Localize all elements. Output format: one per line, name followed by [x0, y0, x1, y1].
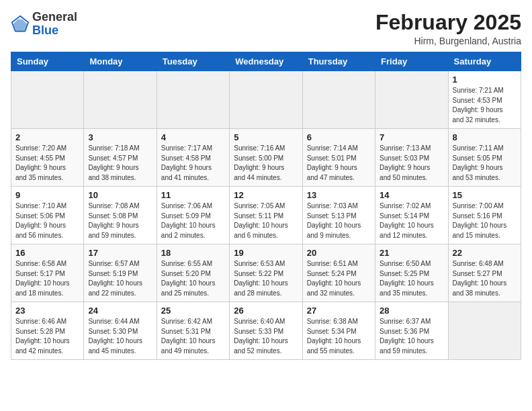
- header-friday: Friday: [375, 52, 448, 71]
- calendar-cell: 10Sunrise: 7:08 AM Sunset: 5:08 PM Dayli…: [84, 187, 157, 244]
- day-info: Sunrise: 7:13 AM Sunset: 5:03 PM Dayligh…: [380, 144, 443, 183]
- calendar-cell: 28Sunrise: 6:37 AM Sunset: 5:36 PM Dayli…: [375, 302, 448, 360]
- day-number: 6: [307, 132, 371, 142]
- day-info: Sunrise: 7:14 AM Sunset: 5:01 PM Dayligh…: [307, 144, 371, 183]
- calendar-cell: 24Sunrise: 6:44 AM Sunset: 5:30 PM Dayli…: [84, 302, 157, 360]
- calendar-cell: 21Sunrise: 6:50 AM Sunset: 5:25 PM Dayli…: [375, 244, 448, 302]
- calendar-week-4: 16Sunrise: 6:58 AM Sunset: 5:17 PM Dayli…: [11, 244, 521, 302]
- day-info: Sunrise: 7:00 AM Sunset: 5:16 PM Dayligh…: [453, 201, 517, 240]
- day-info: Sunrise: 7:06 AM Sunset: 5:09 PM Dayligh…: [161, 201, 225, 240]
- calendar-cell: 27Sunrise: 6:38 AM Sunset: 5:34 PM Dayli…: [302, 302, 375, 360]
- day-number: 21: [380, 248, 443, 258]
- day-info: Sunrise: 6:57 AM Sunset: 5:19 PM Dayligh…: [88, 259, 152, 298]
- day-number: 8: [453, 132, 517, 142]
- calendar-week-2: 2Sunrise: 7:20 AM Sunset: 4:55 PM Daylig…: [11, 129, 521, 187]
- logo-icon: [11, 15, 30, 34]
- day-number: 1: [453, 75, 517, 85]
- calendar-cell: 4Sunrise: 7:17 AM Sunset: 4:58 PM Daylig…: [157, 129, 229, 187]
- day-number: 14: [380, 190, 443, 200]
- day-info: Sunrise: 6:37 AM Sunset: 5:36 PM Dayligh…: [380, 317, 443, 356]
- header-sunday: Sunday: [11, 52, 84, 71]
- day-number: 18: [161, 248, 225, 258]
- day-info: Sunrise: 7:18 AM Sunset: 4:57 PM Dayligh…: [88, 144, 152, 183]
- calendar-cell: 5Sunrise: 7:16 AM Sunset: 5:00 PM Daylig…: [230, 129, 302, 187]
- day-info: Sunrise: 7:05 AM Sunset: 5:11 PM Dayligh…: [234, 201, 298, 240]
- calendar-cell: 7Sunrise: 7:13 AM Sunset: 5:03 PM Daylig…: [375, 129, 448, 187]
- calendar-cell: 3Sunrise: 7:18 AM Sunset: 4:57 PM Daylig…: [84, 129, 157, 187]
- calendar-cell: 2Sunrise: 7:20 AM Sunset: 4:55 PM Daylig…: [11, 129, 84, 187]
- day-number: 3: [88, 132, 152, 142]
- calendar-cell: 19Sunrise: 6:53 AM Sunset: 5:22 PM Dayli…: [230, 244, 302, 302]
- day-info: Sunrise: 6:55 AM Sunset: 5:20 PM Dayligh…: [161, 259, 225, 298]
- day-number: 11: [161, 190, 225, 200]
- calendar-cell: [84, 71, 157, 129]
- day-number: 17: [88, 248, 152, 258]
- day-number: 28: [380, 306, 443, 316]
- calendar-cell: 26Sunrise: 6:40 AM Sunset: 5:33 PM Dayli…: [230, 302, 302, 360]
- day-info: Sunrise: 7:11 AM Sunset: 5:05 PM Dayligh…: [453, 144, 517, 183]
- day-number: 13: [307, 190, 371, 200]
- day-info: Sunrise: 6:51 AM Sunset: 5:24 PM Dayligh…: [307, 259, 371, 298]
- day-number: 4: [161, 132, 225, 142]
- calendar-header-row: SundayMondayTuesdayWednesdayThursdayFrid…: [11, 52, 521, 71]
- day-number: 24: [88, 306, 152, 316]
- month-title: February 2025: [375, 11, 521, 34]
- calendar-cell: 9Sunrise: 7:10 AM Sunset: 5:06 PM Daylig…: [11, 187, 84, 244]
- day-number: 15: [453, 190, 517, 200]
- calendar-cell: 25Sunrise: 6:42 AM Sunset: 5:31 PM Dayli…: [157, 302, 229, 360]
- calendar-cell: 18Sunrise: 6:55 AM Sunset: 5:20 PM Dayli…: [157, 244, 229, 302]
- header-saturday: Saturday: [448, 52, 521, 71]
- day-info: Sunrise: 6:50 AM Sunset: 5:25 PM Dayligh…: [380, 259, 443, 298]
- day-number: 5: [234, 132, 298, 142]
- calendar-cell: 17Sunrise: 6:57 AM Sunset: 5:19 PM Dayli…: [84, 244, 157, 302]
- calendar-cell: 1Sunrise: 7:21 AM Sunset: 4:53 PM Daylig…: [448, 71, 521, 129]
- day-info: Sunrise: 7:03 AM Sunset: 5:13 PM Dayligh…: [307, 201, 371, 240]
- day-info: Sunrise: 6:42 AM Sunset: 5:31 PM Dayligh…: [161, 317, 225, 356]
- day-info: Sunrise: 7:21 AM Sunset: 4:53 PM Dayligh…: [453, 86, 517, 125]
- logo-blue-text: Blue: [32, 24, 58, 37]
- calendar-cell: 12Sunrise: 7:05 AM Sunset: 5:11 PM Dayli…: [230, 187, 302, 244]
- calendar-cell: 22Sunrise: 6:48 AM Sunset: 5:27 PM Dayli…: [448, 244, 521, 302]
- day-number: 7: [380, 132, 443, 142]
- header-tuesday: Tuesday: [157, 52, 229, 71]
- calendar-cell: 6Sunrise: 7:14 AM Sunset: 5:01 PM Daylig…: [302, 129, 375, 187]
- calendar-cell: 16Sunrise: 6:58 AM Sunset: 5:17 PM Dayli…: [11, 244, 84, 302]
- calendar-cell: [448, 302, 521, 360]
- day-number: 12: [234, 190, 298, 200]
- day-number: 26: [234, 306, 298, 316]
- calendar-cell: [375, 71, 448, 129]
- day-info: Sunrise: 6:46 AM Sunset: 5:28 PM Dayligh…: [15, 317, 79, 356]
- day-number: 25: [161, 306, 225, 316]
- calendar-cell: 11Sunrise: 7:06 AM Sunset: 5:09 PM Dayli…: [157, 187, 229, 244]
- calendar-week-1: 1Sunrise: 7:21 AM Sunset: 4:53 PM Daylig…: [11, 71, 521, 129]
- calendar-cell: 23Sunrise: 6:46 AM Sunset: 5:28 PM Dayli…: [11, 302, 84, 360]
- day-number: 2: [15, 132, 79, 142]
- logo: General Blue: [11, 11, 77, 38]
- day-info: Sunrise: 7:08 AM Sunset: 5:08 PM Dayligh…: [88, 201, 152, 240]
- calendar-cell: 14Sunrise: 7:02 AM Sunset: 5:14 PM Dayli…: [375, 187, 448, 244]
- calendar-cell: 20Sunrise: 6:51 AM Sunset: 5:24 PM Dayli…: [302, 244, 375, 302]
- page-header: General Blue February 2025 Hirm, Burgenl…: [11, 11, 521, 46]
- calendar-cell: 8Sunrise: 7:11 AM Sunset: 5:05 PM Daylig…: [448, 129, 521, 187]
- header-wednesday: Wednesday: [230, 52, 302, 71]
- calendar-week-5: 23Sunrise: 6:46 AM Sunset: 5:28 PM Dayli…: [11, 302, 521, 360]
- day-info: Sunrise: 6:44 AM Sunset: 5:30 PM Dayligh…: [88, 317, 152, 356]
- day-info: Sunrise: 6:53 AM Sunset: 5:22 PM Dayligh…: [234, 259, 298, 298]
- day-number: 10: [88, 190, 152, 200]
- day-info: Sunrise: 7:10 AM Sunset: 5:06 PM Dayligh…: [15, 201, 79, 240]
- header-thursday: Thursday: [302, 52, 375, 71]
- day-number: 22: [453, 248, 517, 258]
- header-monday: Monday: [84, 52, 157, 71]
- calendar-table: SundayMondayTuesdayWednesdayThursdayFrid…: [11, 52, 521, 360]
- calendar-cell: [157, 71, 229, 129]
- day-number: 20: [307, 248, 371, 258]
- day-info: Sunrise: 7:16 AM Sunset: 5:00 PM Dayligh…: [234, 144, 298, 183]
- calendar-cell: 15Sunrise: 7:00 AM Sunset: 5:16 PM Dayli…: [448, 187, 521, 244]
- logo-general-text: General: [32, 10, 77, 24]
- title-block: February 2025 Hirm, Burgenland, Austria: [375, 11, 521, 46]
- day-number: 16: [15, 248, 79, 258]
- day-number: 23: [15, 306, 79, 316]
- calendar-week-3: 9Sunrise: 7:10 AM Sunset: 5:06 PM Daylig…: [11, 187, 521, 244]
- calendar-cell: 13Sunrise: 7:03 AM Sunset: 5:13 PM Dayli…: [302, 187, 375, 244]
- day-info: Sunrise: 6:40 AM Sunset: 5:33 PM Dayligh…: [234, 317, 298, 356]
